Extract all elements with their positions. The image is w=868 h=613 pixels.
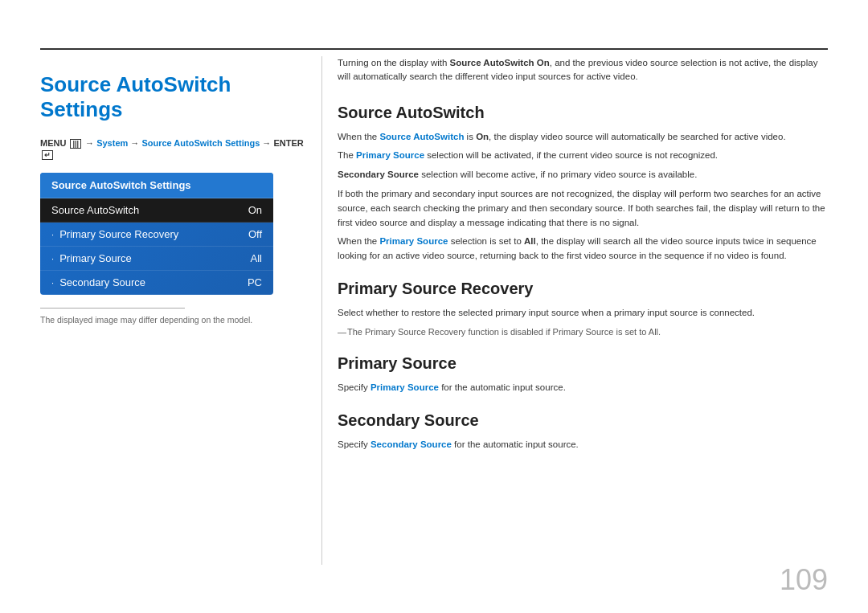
breadcrumb-menu-icon: ||| (70, 139, 81, 149)
breadcrumb-arrow2: → (130, 138, 141, 148)
breadcrumb-system: System (96, 138, 128, 148)
menu-item-secondary-source[interactable]: · Secondary Source PC (40, 271, 273, 295)
menu-item-source-autoswitch-label: Source AutoSwitch (51, 204, 139, 216)
breadcrumb-enter-icon: ↵ (42, 150, 53, 160)
breadcrumb-enter: ENTER (273, 138, 303, 148)
section-source-autoswitch-p4: If both the primary and secondary input … (338, 187, 828, 230)
page-number: 109 (780, 563, 828, 597)
menu-box-title: Source AutoSwitch Settings (40, 173, 273, 198)
breadcrumb-arrow1: → (85, 138, 96, 148)
intro-text: Turning on the display with Source AutoS… (338, 56, 828, 84)
section-source-autoswitch-p1: When the Source AutoSwitch is On, the di… (338, 130, 828, 145)
section-source-autoswitch-p3: Secondary Source selection will become a… (338, 168, 828, 182)
breadcrumb: MENU ||| → System → Source AutoSwitch Se… (40, 138, 313, 159)
page-title: Source AutoSwitch Settings (40, 72, 313, 122)
section-primary-source-title: Primary Source (338, 354, 828, 373)
vertical-divider (321, 56, 322, 565)
section-primary-source-p1: Specify Primary Source for the automatic… (338, 381, 828, 395)
menu-item-primary-source-recovery-value: Off (248, 228, 262, 240)
section-secondary-source: Secondary Source Specify Secondary Sourc… (338, 411, 828, 452)
breadcrumb-current: Source AutoSwitch Settings (141, 138, 260, 148)
section-source-autoswitch-p2: The Primary Source selection will be act… (338, 149, 828, 163)
left-divider (40, 308, 185, 309)
section-primary-source-recovery-title: Primary Source Recovery (338, 280, 828, 298)
menu-item-secondary-source-value: PC (248, 276, 262, 288)
breadcrumb-menu: MENU (40, 138, 66, 148)
section-source-autoswitch-p5: When the Primary Source selection is set… (338, 235, 828, 264)
menu-item-source-autoswitch[interactable]: Source AutoSwitch On (40, 198, 273, 223)
menu-box: Source AutoSwitch Settings Source AutoSw… (40, 173, 273, 295)
menu-item-primary-source-recovery[interactable]: · Primary Source Recovery Off (40, 223, 273, 247)
menu-item-source-autoswitch-value: On (248, 204, 262, 216)
model-note: The displayed image may differ depending… (40, 315, 313, 325)
left-panel: Source AutoSwitch Settings MENU ||| → Sy… (40, 56, 313, 565)
section-source-autoswitch: Source AutoSwitch When the Source AutoSw… (338, 104, 828, 264)
right-panel: Turning on the display with Source AutoS… (338, 56, 828, 565)
top-divider (40, 48, 828, 50)
section-primary-source-recovery-p1: Select whether to restore the selected p… (338, 306, 828, 321)
breadcrumb-arrow3: → (262, 138, 273, 148)
section-secondary-source-p1: Specify Secondary Source for the automat… (338, 438, 828, 452)
section-primary-source-recovery: Primary Source Recovery Select whether t… (338, 280, 828, 338)
section-primary-source-recovery-note: The Primary Source Recovery function is … (338, 325, 828, 339)
section-source-autoswitch-title: Source AutoSwitch (338, 104, 828, 122)
menu-item-primary-source-value: All (251, 252, 262, 264)
section-secondary-source-title: Secondary Source (338, 411, 828, 430)
menu-item-primary-source-recovery-label: · Primary Source Recovery (51, 228, 178, 240)
section-primary-source: Primary Source Specify Primary Source fo… (338, 354, 828, 395)
menu-item-primary-source-label: · Primary Source (51, 252, 132, 264)
menu-item-secondary-source-label: · Secondary Source (51, 276, 145, 288)
menu-item-primary-source[interactable]: · Primary Source All (40, 247, 273, 271)
